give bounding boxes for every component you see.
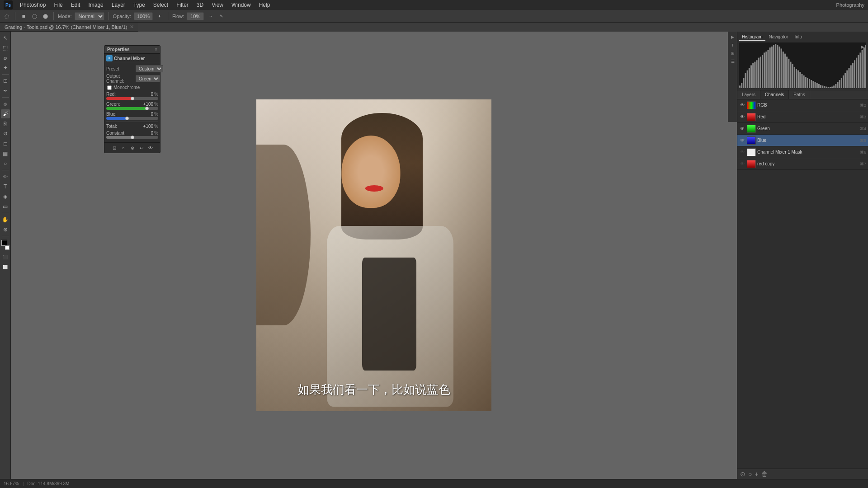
menu-edit[interactable]: Edit <box>67 1 84 9</box>
brush-tool-icon[interactable]: ◌ <box>3 12 11 20</box>
quick-mask-icon[interactable]: ⬛ <box>1 253 10 262</box>
move-tool-icon[interactable]: ↖ <box>1 33 10 42</box>
properties-panel-header[interactable]: Properties × <box>104 46 160 54</box>
menu-image[interactable]: Image <box>85 1 107 9</box>
channel-rgb[interactable]: 👁 RGB ⌘2 <box>737 99 868 111</box>
eraser-icon[interactable]: ◻ <box>1 139 10 148</box>
monochrome-checkbox[interactable] <box>107 85 112 90</box>
tab-channels[interactable]: Channels <box>760 90 789 99</box>
panel-delete-icon[interactable]: ⊗ <box>129 144 136 151</box>
channel-green-eye[interactable]: 👁 <box>739 126 745 132</box>
shape-tool-icon[interactable]: ▭ <box>1 202 10 211</box>
mini-tool-4[interactable]: ☰ <box>729 58 736 65</box>
output-channel-dropdown[interactable]: Green Red Blue <box>136 75 160 82</box>
channel-green[interactable]: 👁 Green ⌘4 <box>737 123 868 135</box>
menu-photoshop[interactable]: Photoshop <box>16 1 49 9</box>
histogram-expand-btn[interactable]: ▶ <box>861 44 864 49</box>
menu-help[interactable]: Help <box>255 1 274 9</box>
menu-filter[interactable]: Filter <box>173 1 192 9</box>
channel-red-copy[interactable]: 👁 red copy ⌘7 <box>737 158 868 170</box>
brush-hardness-icon[interactable]: ⬤ <box>41 12 49 20</box>
history-brush-icon[interactable]: ↺ <box>1 129 10 138</box>
constant-slider-track[interactable] <box>106 136 158 139</box>
new-channel-btn[interactable]: + <box>755 470 758 478</box>
pen-tool-icon[interactable]: ✏ <box>1 172 10 181</box>
brush-icon[interactable]: 🖌 <box>1 109 10 118</box>
green-slider-track[interactable] <box>106 107 158 110</box>
type-tool-icon[interactable]: T <box>1 182 10 191</box>
magic-wand-icon[interactable]: ✦ <box>1 63 10 72</box>
total-value: +100 <box>141 124 153 129</box>
menu-type[interactable]: Type <box>130 1 149 9</box>
smoothing-icon[interactable]: ~ <box>207 12 215 20</box>
properties-body: Preset: Custom Output Channel: Green Red… <box>104 63 160 142</box>
menu-layer[interactable]: Layer <box>108 1 129 9</box>
green-slider-thumb[interactable] <box>145 107 149 110</box>
brush-size-icon[interactable]: ◯ <box>30 12 38 20</box>
menu-select[interactable]: Select <box>150 1 172 9</box>
save-selection-btn[interactable]: ○ <box>748 470 752 478</box>
background-color[interactable] <box>5 245 9 250</box>
clone-stamp-icon[interactable]: ⎘ <box>1 119 10 128</box>
marquee-tool-icon[interactable]: ⬚ <box>1 43 10 52</box>
extra-options-icon[interactable]: ✎ <box>217 12 226 20</box>
panel-clip-icon[interactable]: ⊡ <box>111 144 118 151</box>
crop-tool-icon[interactable]: ⊡ <box>1 76 10 85</box>
constant-slider-thumb[interactable] <box>131 136 134 139</box>
flow-input[interactable] <box>187 12 204 20</box>
panel-mask-icon[interactable]: ○ <box>120 144 127 151</box>
airbrush-icon[interactable]: ✦ <box>156 12 164 20</box>
red-slider-track[interactable] <box>106 97 158 100</box>
mode-select[interactable]: Normal <box>75 12 104 20</box>
screen-mode-icon[interactable]: ⬜ <box>1 263 10 272</box>
channel-blue[interactable]: 👁 Blue ⌘5 <box>737 135 868 146</box>
healing-brush-icon[interactable]: ⌾ <box>1 99 10 108</box>
lasso-tool-icon[interactable]: ⌀ <box>1 53 10 62</box>
green-value[interactable]: +100 <box>141 102 153 107</box>
channel-red-eye[interactable]: 👁 <box>739 114 745 120</box>
tab-info[interactable]: Info <box>792 33 805 41</box>
channel-red-copy-eye[interactable]: 👁 <box>739 161 745 167</box>
eyedropper-icon[interactable]: ✒ <box>1 86 10 95</box>
blue-value[interactable]: 0 <box>141 112 153 117</box>
properties-close-btn[interactable]: × <box>155 47 157 52</box>
layers-panel: Layers Channels Paths 👁 RGB ⌘2 👁 Red ⌘3 <box>737 90 868 479</box>
color-swatch[interactable] <box>1 240 9 250</box>
channel-rgb-eye[interactable]: 👁 <box>739 102 745 108</box>
tab-histogram[interactable]: Histogram <box>739 33 765 41</box>
zoom-tool-icon[interactable]: ⊕ <box>1 225 10 234</box>
channel-mixer-mask[interactable]: 👁 Channel Mixer 1 Mask ⌘6 <box>737 146 868 158</box>
red-slider-thumb[interactable] <box>131 97 134 100</box>
tab-navigator[interactable]: Navigator <box>766 33 791 41</box>
opacity-input[interactable] <box>134 12 153 20</box>
tab-paths[interactable]: Paths <box>789 90 810 99</box>
channel-blue-eye[interactable]: 👁 <box>739 137 745 144</box>
channel-red[interactable]: 👁 Red ⌘3 <box>737 111 868 123</box>
tab-layers[interactable]: Layers <box>737 90 760 99</box>
menu-view[interactable]: View <box>208 1 227 9</box>
flow-label: Flow: <box>172 14 184 19</box>
brush-options-icon[interactable]: ■ <box>19 12 28 20</box>
file-tab-close[interactable]: ✕ <box>130 24 134 30</box>
gradient-icon[interactable]: ▦ <box>1 149 10 158</box>
mini-tool-3[interactable]: ⊞ <box>729 50 736 57</box>
blue-slider-thumb[interactable] <box>125 117 129 120</box>
path-select-icon[interactable]: ◈ <box>1 192 10 201</box>
panel-visibility-icon[interactable]: 👁 <box>147 144 154 151</box>
load-channel-btn[interactable]: ⊙ <box>740 470 745 478</box>
preset-dropdown[interactable]: Custom <box>136 65 163 72</box>
red-value[interactable]: 0 <box>141 92 153 97</box>
constant-value[interactable]: 0 <box>141 131 153 136</box>
dodge-icon[interactable]: ○ <box>1 159 10 168</box>
channel-mixer-mask-eye[interactable]: 👁 <box>739 149 745 155</box>
mini-tool-2[interactable]: T <box>729 42 736 49</box>
svg-rect-63 <box>858 55 859 88</box>
blue-slider-track[interactable] <box>106 117 158 120</box>
hand-tool-icon[interactable]: ✋ <box>1 215 10 224</box>
delete-channel-btn[interactable]: 🗑 <box>761 470 768 478</box>
menu-window[interactable]: Window <box>228 1 255 9</box>
panel-reset-icon[interactable]: ↩ <box>138 144 145 151</box>
mini-tool-1[interactable]: ▶ <box>729 33 736 41</box>
menu-3d[interactable]: 3D <box>193 1 207 9</box>
menu-file[interactable]: File <box>50 1 66 9</box>
